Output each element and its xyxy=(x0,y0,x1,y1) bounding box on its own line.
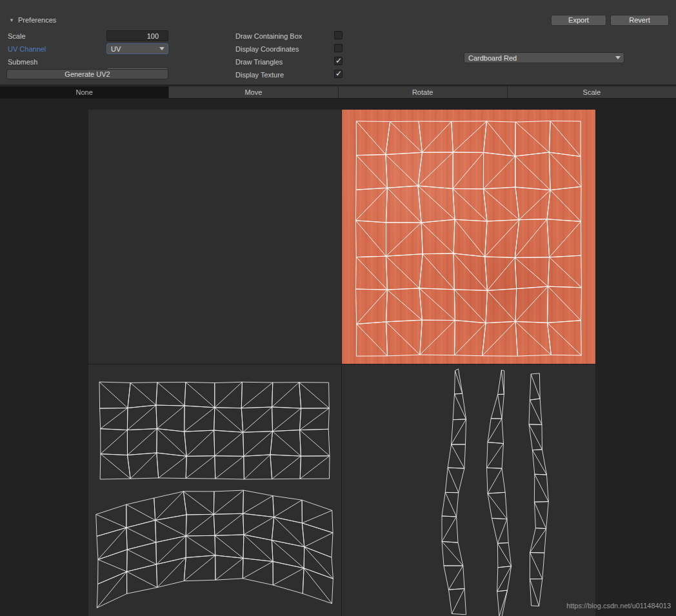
revert-button[interactable]: Revert xyxy=(610,15,669,26)
uv-channel-label: UV Channel xyxy=(8,45,46,53)
scale-input[interactable] xyxy=(106,30,168,41)
option-checkbox[interactable] xyxy=(334,44,343,52)
tool-rotate[interactable]: Rotate xyxy=(339,86,508,98)
tool-scale[interactable]: Scale xyxy=(508,86,676,98)
quad-bottom-left[interactable] xyxy=(88,364,341,616)
option-row: Display Texture✓ xyxy=(235,70,364,83)
chevron-down-icon xyxy=(159,47,164,50)
material-dropdown[interactable]: Cardboard Red xyxy=(464,52,624,63)
option-row: Draw Triangles✓ xyxy=(235,57,364,70)
option-checkbox[interactable]: ✓ xyxy=(334,57,343,65)
checkmark-icon: ✓ xyxy=(335,69,342,78)
foldout-arrow-icon[interactable]: ▼ xyxy=(9,17,14,23)
preferences-panel: ▼ Preferences Export Revert Scale UV Cha… xyxy=(0,0,676,84)
option-label: Draw Triangles xyxy=(235,58,283,66)
tool-move[interactable]: Move xyxy=(169,86,338,98)
tool-none[interactable]: None xyxy=(0,86,169,98)
chevron-down-icon xyxy=(615,56,621,59)
scale-label: Scale xyxy=(8,32,26,40)
export-button[interactable]: Export xyxy=(551,15,606,26)
checkmark-icon: ✓ xyxy=(335,56,342,65)
quad-texture-preview[interactable] xyxy=(342,110,595,364)
material-value: Cardboard Red xyxy=(468,54,517,62)
tool-toolbar: NoneMoveRotateScale xyxy=(0,86,676,99)
generate-uv2-button[interactable]: Generate UV2 xyxy=(6,69,168,79)
option-label: Display Coordinates xyxy=(235,45,299,53)
uv-channel-dropdown[interactable]: UV xyxy=(106,43,168,54)
option-row: Draw Containing Box xyxy=(235,31,364,44)
options-list: Draw Containing BoxDisplay CoordinatesDr… xyxy=(235,31,364,83)
uv-channel-value: UV xyxy=(111,45,121,53)
option-label: Display Texture xyxy=(235,71,284,79)
quad-top-left[interactable] xyxy=(88,110,341,364)
option-label: Draw Containing Box xyxy=(235,32,302,40)
option-checkbox[interactable]: ✓ xyxy=(334,70,343,78)
uv-viewport[interactable] xyxy=(88,110,595,616)
option-row: Display Coordinates xyxy=(235,44,364,57)
quad-bottom-right[interactable] xyxy=(342,364,595,616)
option-checkbox[interactable] xyxy=(334,31,343,39)
watermark: https://blog.csdn.net/u011484013 xyxy=(566,602,671,610)
preferences-title: Preferences xyxy=(18,16,56,24)
submesh-label: Submesh xyxy=(8,58,37,66)
